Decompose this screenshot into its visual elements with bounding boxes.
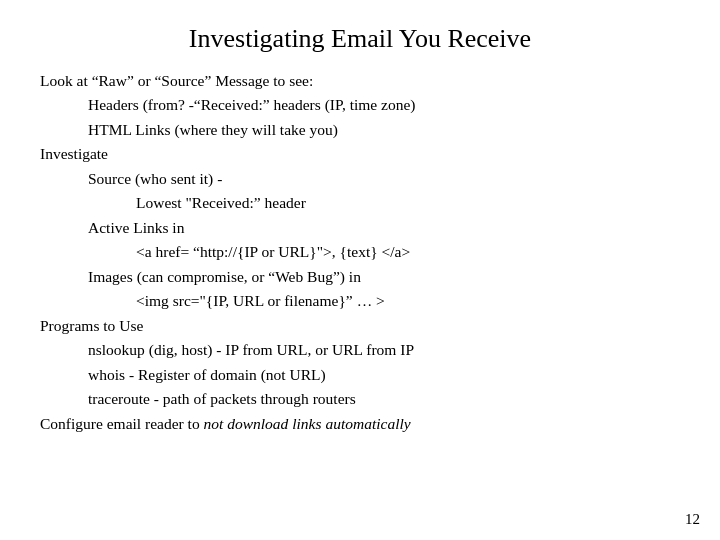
section4-italic: not download links automatically	[204, 415, 411, 432]
section3-label: Programs to Use	[40, 315, 680, 337]
section4: Configure email reader to not download l…	[40, 413, 680, 435]
section3-item-3: traceroute - path of packets through rou…	[88, 388, 680, 410]
section1-item-1: Headers (from? -“Received:” headers (IP,…	[88, 94, 680, 116]
section2-label: Investigate	[40, 143, 680, 165]
section2-sub1b: Lowest "Received:” header	[136, 192, 680, 214]
section4-pre: Configure email reader to	[40, 415, 204, 432]
slide-number: 12	[685, 511, 700, 528]
section2-sub3: Images (can compromise, or “Web Bug”) in	[88, 266, 680, 288]
slide-content: Look at “Raw” or “Source” Message to see…	[40, 70, 680, 435]
slide-container: Investigating Email You Receive Look at …	[0, 0, 720, 540]
section2-sub2: Active Links in	[88, 217, 680, 239]
section2-sub1: Source (who sent it) -	[88, 168, 680, 190]
slide-title: Investigating Email You Receive	[40, 24, 680, 54]
section3-item-2: whois - Register of domain (not URL)	[88, 364, 680, 386]
section1-item-2: HTML Links (where they will take you)	[88, 119, 680, 141]
section1-label: Look at “Raw” or “Source” Message to see…	[40, 70, 680, 92]
section3-item-1: nslookup (dig, host) - IP from URL, or U…	[88, 339, 680, 361]
section2-sub2b: <a href= “http://{IP or URL}">, {text} <…	[136, 241, 680, 263]
section2-sub3b: <img src="{IP, URL or filename}” … >	[136, 290, 680, 312]
